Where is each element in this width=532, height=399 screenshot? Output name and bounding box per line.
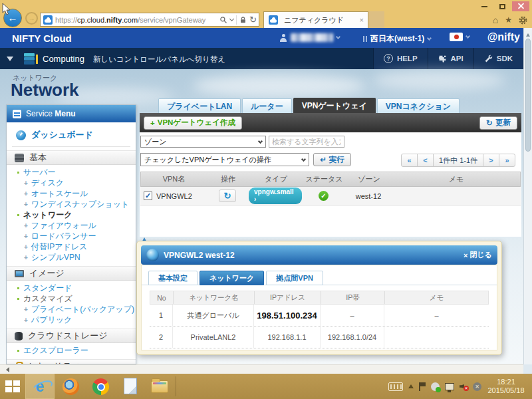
pagination-prev-button[interactable]: <	[417, 154, 434, 167]
tab-vpn-connection[interactable]: VPNコネクション	[377, 98, 460, 113]
sidebar-item-network-active[interactable]: ネットワーク	[7, 209, 136, 220]
network-icon[interactable]	[445, 383, 454, 390]
lock-icon	[239, 16, 247, 24]
popup-tab-basic[interactable]: 基本設定	[148, 271, 198, 285]
wrench-icon	[484, 55, 493, 63]
scroll-up-icon[interactable]	[526, 31, 530, 37]
sidebar-item-disk[interactable]: +ディスク	[7, 178, 136, 188]
vertical-scrollbar[interactable]	[523, 28, 532, 364]
taskbar-notepad-icon[interactable]	[124, 378, 137, 394]
sidebar-item-customize[interactable]: カスタマイズ	[7, 293, 136, 304]
taskbar-divider	[176, 376, 176, 396]
pagination-next-button[interactable]: >	[483, 154, 499, 167]
collapse-chevron-icon[interactable]	[7, 57, 13, 65]
sidebar-item-load-balancer[interactable]: +ロードバランサー	[7, 231, 136, 241]
new-tab-button[interactable]	[368, 11, 384, 28]
popup-tab-network-active[interactable]: ネットワーク	[200, 271, 264, 285]
browser-forward-button[interactable]: →	[25, 12, 38, 25]
globe-icon	[146, 249, 159, 261]
zone-select[interactable]: ゾーン	[140, 136, 266, 148]
taskbar-chrome-icon[interactable]	[92, 378, 109, 395]
popup-close-button[interactable]: × 閉じる	[464, 250, 492, 260]
row-reboot-button[interactable]: ↻	[219, 190, 236, 202]
region-selector[interactable]: 西日本(west-1)	[363, 33, 431, 45]
popup-body: 基本設定 ネットワーク 拠点間VPN No ネットワーク名 IPアドレス IP帯…	[141, 265, 497, 350]
action-center-flag-icon[interactable]	[419, 382, 426, 391]
col-status: ステータス	[303, 174, 346, 184]
row-checkbox-checked[interactable]: ✓	[144, 192, 152, 200]
browser-tab[interactable]: ニフティクラウド ×	[263, 11, 368, 28]
update-check-icon[interactable]	[431, 382, 440, 391]
switch-panel-link[interactable]: 新しいコントロールパネルへ切り替え	[93, 55, 225, 65]
sidebar-item-standard[interactable]: スタンダード	[7, 283, 136, 293]
window-close-button[interactable]	[512, 1, 529, 11]
tab-favicon-cloud-icon	[269, 15, 278, 25]
vpn-detail-popup: VPNGWL2 west-12 × 閉じる 基本設定 ネットワーク 拠点間VPN…	[136, 241, 502, 355]
address-bar[interactable]: https://cp.cloud.nifty.com/service/vpnGa…	[40, 13, 259, 27]
sidebar-item-firewall[interactable]: +ファイアウォール	[7, 220, 136, 231]
taskbar-clock[interactable]: 18:21 2015/05/18	[484, 378, 528, 395]
window-minimize-button[interactable]	[475, 1, 493, 11]
brand-logo[interactable]: NIFTY Cloud	[12, 33, 72, 44]
keyboard-icon[interactable]	[388, 382, 403, 391]
zone-value: west-12	[345, 192, 392, 200]
sidebar-section-image[interactable]: イメージ	[7, 266, 136, 281]
search-dropdown-icon[interactable]	[229, 17, 234, 21]
reload-icon[interactable]: ↻	[249, 15, 257, 25]
sidebar-section-cloud-storage[interactable]: クラウドストレージ	[7, 329, 136, 343]
sidebar-item-simple-vpn[interactable]: +シンプルVPN	[7, 252, 136, 263]
operation-select[interactable]: チェックしたVPNゲートウェイの操作	[140, 153, 309, 166]
enter-icon: ↵	[320, 155, 327, 164]
status-x-icon[interactable]	[473, 382, 481, 391]
execute-button[interactable]: ↵ 実行	[313, 153, 351, 166]
search-icon[interactable]	[219, 16, 227, 24]
sidebar-item-public[interactable]: +パブリック	[7, 315, 136, 325]
scroll-left-icon[interactable]	[3, 367, 9, 372]
atnifty-logo[interactable]: @nifty	[487, 31, 520, 43]
sidebar-item-dashboard[interactable]: ダッシュボード	[7, 126, 136, 144]
taskbar-explorer-icon[interactable]	[151, 380, 168, 393]
sidebar-section-security[interactable]: セキュリティ	[7, 359, 136, 364]
start-button[interactable]	[5, 380, 20, 392]
window-maximize-button[interactable]	[493, 1, 511, 11]
sidebar-item-private-backup[interactable]: +プライベート(バックアップ)	[7, 304, 136, 315]
sidebar-section-basic[interactable]: 基本	[7, 150, 136, 165]
col-vpn-name: VPN名	[141, 174, 207, 184]
horizontal-scrollbar[interactable]	[0, 364, 523, 374]
type-badge[interactable]: vpngw.small ›	[249, 188, 302, 204]
pagination-last-button[interactable]: »	[499, 154, 515, 167]
volume-muted-icon[interactable]	[460, 382, 467, 390]
create-vpn-gateway-button[interactable]: + VPNゲートウェイ作成	[144, 116, 242, 130]
sidebar-item-oneday-snapshot[interactable]: +ワンデイスナップショット	[7, 199, 136, 209]
refresh-button[interactable]: ↻ 更新	[479, 116, 517, 130]
sidebar-item-reassign-ip[interactable]: +付替IPアドレス	[7, 241, 136, 252]
tab-private-lan[interactable]: プライベートLAN	[158, 98, 241, 113]
tab-vpn-gateway-active[interactable]: VPNゲートウェイ	[293, 98, 376, 113]
tab-router[interactable]: ルーター	[242, 98, 292, 113]
settings-gear-icon[interactable]	[519, 16, 527, 25]
user-menu[interactable]	[279, 33, 340, 42]
col-operation: 操作	[207, 174, 249, 184]
chevron-down-icon	[258, 138, 263, 143]
sidebar-item-explorer[interactable]: エクスプローラー	[7, 345, 136, 356]
popup-tab-site-vpn[interactable]: 拠点間VPN	[266, 271, 323, 285]
taskbar-firefox-icon[interactable]	[63, 378, 79, 395]
plus-icon: +	[24, 180, 28, 187]
sidebar-item-server[interactable]: サーバー	[7, 167, 136, 178]
vpn-name: VPNGWL2	[156, 192, 192, 200]
pagination-first-button[interactable]: «	[401, 154, 418, 167]
show-hidden-icons[interactable]	[408, 382, 414, 388]
question-icon: ?	[384, 54, 393, 63]
sidebar-item-autoscale[interactable]: +オートスケール	[7, 188, 136, 199]
language-selector[interactable]	[450, 33, 469, 41]
sdk-button[interactable]: SDK	[473, 48, 523, 69]
help-button[interactable]: ? HELP	[373, 48, 428, 69]
search-input[interactable]	[269, 136, 344, 148]
taskbar-ie-active[interactable]: e	[25, 374, 55, 399]
api-button[interactable]: API	[428, 48, 473, 69]
home-icon[interactable]: ⌂	[493, 15, 498, 25]
network-row-1: 1 共通グローバル 198.51.100.234 – –	[150, 305, 489, 327]
favorites-star-icon[interactable]: ★	[505, 15, 512, 25]
tab-close-icon[interactable]: ×	[360, 16, 364, 24]
scrollbar-thumb[interactable]	[525, 39, 531, 152]
